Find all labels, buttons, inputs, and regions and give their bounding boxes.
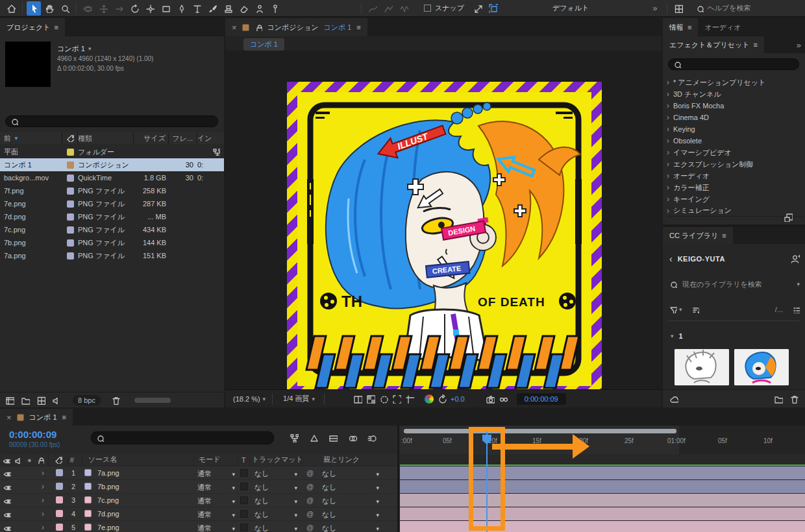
home-button[interactable] [4,1,18,16]
show-snapshot-icon[interactable] [499,394,508,404]
parent-dropdown[interactable]: なし▾ [322,469,379,479]
motion-blur-icon[interactable] [367,433,377,442]
t-toggle-well[interactable] [240,483,248,490]
label-chip[interactable] [67,213,74,221]
trash-icon[interactable] [789,394,799,404]
back-chevron[interactable]: ‹ [669,254,673,264]
effects-category[interactable]: ›Cinema 4D [667,112,802,123]
region-of-interest-icon[interactable] [392,394,401,404]
effects-category[interactable]: ›Boris FX Mocha [667,100,802,112]
draft-3d-icon[interactable] [309,433,318,442]
type-tool[interactable] [190,1,204,16]
snapshot-camera-icon[interactable] [486,394,495,404]
shape-tool[interactable] [158,1,173,16]
layer-expand-chevron[interactable]: › [42,496,44,505]
effects-category[interactable]: ›Keying [667,123,802,135]
track-matte-dropdown[interactable]: なし▾ [254,483,297,492]
filter-dropdown[interactable]: ▾ [669,306,682,313]
snap-checkbox[interactable] [424,5,431,12]
panel-menu-icon[interactable]: ≡ [55,23,58,31]
label-chip[interactable] [67,162,74,169]
snap-control[interactable]: スナップ [424,3,464,13]
layer-row[interactable]: › 2 7b.png 通常▾ なし▾ @ なし▾ [0,480,397,493]
library-group-header[interactable]: ▾ 1 [671,330,683,343]
pen-tool[interactable] [174,1,188,16]
effects-category[interactable]: ›イマーシブビデオ [667,147,802,158]
snap-expand-icon[interactable] [471,1,485,16]
parent-pickwhip-icon[interactable]: @ [306,510,314,518]
cloud-sync-icon[interactable] [669,394,678,404]
layer-duration-bar[interactable] [400,507,805,520]
project-row[interactable]: 平面 フォルダー [0,145,224,158]
slider-options[interactable]: /... [775,306,783,313]
parent-dropdown[interactable]: なし▾ [322,510,379,520]
layer-source-name[interactable]: 7e.png [97,524,119,531]
zoom-tool[interactable] [58,1,72,16]
effects-category[interactable]: ›* アニメーションプリセット [667,77,802,88]
new-composition-icon[interactable] [36,396,45,405]
invite-person-icon[interactable] [791,254,800,263]
effects-category[interactable]: ›3D チャンネル [667,88,802,100]
layer-expand-chevron[interactable]: › [42,482,44,491]
blend-mode-dropdown[interactable]: 通常▾ [197,469,235,479]
parent-dropdown[interactable]: なし▾ [322,483,379,492]
effects-category[interactable]: ›カラー補正 [667,182,802,193]
smoother-tool[interactable] [381,1,395,16]
parent-pickwhip-icon[interactable]: @ [306,496,314,504]
track-matte-dropdown[interactable]: なし▾ [254,510,297,520]
layer-expand-chevron[interactable]: › [42,523,44,532]
view-layout-icon[interactable] [353,394,362,404]
workspace-grid-icon[interactable] [671,1,686,16]
tab-effects-presets[interactable]: エフェクト＆プリセット ≡ [663,36,764,53]
label-column-icon[interactable] [66,134,74,142]
composition-mini-flowchart-icon[interactable] [290,433,299,442]
motion-sketch-tool[interactable] [365,1,380,16]
tab-project[interactable]: プロジェクト ≡ [0,18,65,36]
col-in[interactable]: イン [197,134,212,143]
transparency-grid-icon[interactable] [366,394,375,404]
effects-category[interactable]: ›Obsolete [667,135,802,147]
layer-source-name[interactable]: 7d.png [97,510,119,518]
brush-tool[interactable] [205,1,219,16]
composition-viewport[interactable]: ILLUST DESIGN CREATE [225,51,662,389]
label-chip[interactable] [67,175,74,182]
layer-duration-bar[interactable] [400,494,805,507]
eye-icon[interactable] [3,496,11,504]
library-account-row[interactable]: ‹ KEIGO-YUTA [669,252,800,266]
col-type[interactable]: 種類 [78,134,92,143]
tab-info[interactable]: 情報≡ [663,18,698,36]
wiggler-tool[interactable] [397,1,411,16]
tab-composition[interactable]: × コンポジション コンポ 1 ≡ [225,18,367,36]
frame-blending-icon[interactable] [348,433,357,442]
layer-label-chip[interactable] [56,524,63,531]
t-toggle-well[interactable] [240,496,248,504]
library-asset-thumbnail[interactable] [734,349,789,385]
selection-tool[interactable] [27,1,41,16]
sort-icon[interactable] [691,306,699,313]
workspace-overflow[interactable]: » [652,3,657,13]
help-search[interactable]: ヘルプを検索 [696,3,751,13]
color-depth-button[interactable]: 8 bpc [73,395,101,405]
parent-dropdown[interactable]: なし▾ [322,524,379,532]
add-folder-icon[interactable] [774,394,783,404]
dolly-camera-tool[interactable] [112,1,126,16]
project-search-input[interactable] [5,115,218,127]
new-folder-icon[interactable] [21,396,30,405]
interpret-footage-icon[interactable] [5,396,14,405]
project-row[interactable]: backgro...mov QuickTime 1.8 GB 30 0: [0,171,224,184]
roto-brush-tool[interactable] [252,1,266,16]
workspace-selector[interactable]: デフォルト [552,3,589,13]
panel-menu-icon[interactable]: ≡ [62,413,66,421]
blend-mode-dropdown[interactable]: 通常▾ [197,524,235,532]
label-chip[interactable] [67,239,74,247]
layer-label-chip[interactable] [56,496,63,503]
parent-pickwhip-icon[interactable]: @ [306,524,314,531]
horizontal-scrollbar[interactable] [134,398,171,403]
panel-resize-corner-icon[interactable] [784,213,793,222]
layer-label-chip[interactable] [56,469,63,476]
track-matte-dropdown[interactable]: なし▾ [254,524,297,532]
layer-source-name[interactable]: 7c.png [97,496,119,504]
project-row[interactable]: 7e.png PNG ファイル 287 KB [0,197,224,210]
layer-duration-bar[interactable] [400,466,805,479]
flowchart-icon[interactable] [212,148,220,156]
